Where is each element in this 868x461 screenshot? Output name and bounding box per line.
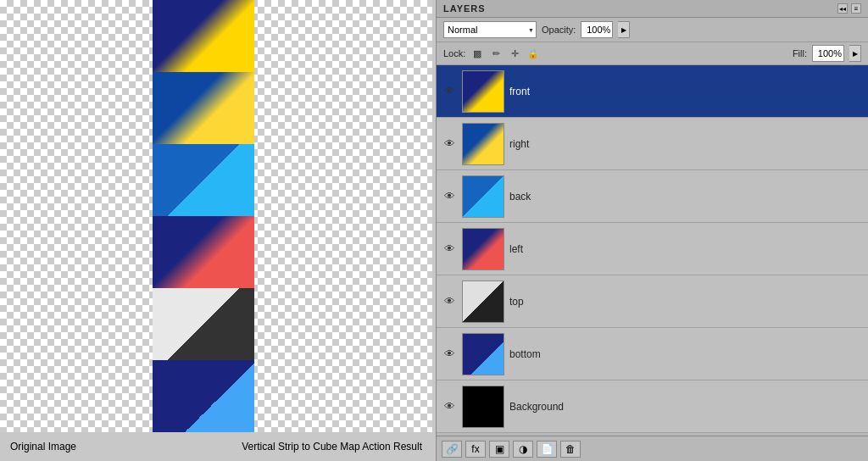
- layer-row-bg[interactable]: 👁 Background: [437, 380, 868, 433]
- layer-row-right[interactable]: 👁 right: [437, 118, 868, 170]
- layers-panel-title: LAYERS: [443, 3, 486, 14]
- eye-icon-back[interactable]: 👁: [442, 189, 457, 204]
- strip-back: [153, 144, 254, 216]
- canvas-area: [0, 0, 432, 432]
- fill-arrow[interactable]: ▶: [849, 45, 861, 62]
- layer-mask-btn[interactable]: ▣: [489, 441, 509, 458]
- panel-controls: ◂◂ ≡: [837, 3, 861, 14]
- layers-list[interactable]: 👁 front 👁 right 👁 back 👁 left 👁 top 👁 bo…: [437, 65, 868, 436]
- layer-row-left[interactable]: 👁 left: [437, 223, 868, 275]
- eye-icon-front[interactable]: 👁: [442, 84, 457, 99]
- layer-effects-btn[interactable]: fx: [465, 441, 486, 458]
- fill-input[interactable]: [812, 45, 844, 62]
- layer-thumb-bottom: [462, 333, 504, 375]
- lock-label: Lock:: [443, 48, 465, 58]
- original-image-label: Original Image: [10, 441, 76, 453]
- strip-right: [153, 72, 254, 144]
- strip-bottom: [153, 360, 254, 432]
- panel-collapse-btn[interactable]: ◂◂: [837, 3, 848, 14]
- eye-icon-right[interactable]: 👁: [442, 136, 457, 152]
- opacity-arrow[interactable]: ▶: [618, 21, 630, 38]
- layer-thumb-bg: [462, 386, 504, 428]
- layer-name-right: right: [509, 138, 863, 150]
- layers-bottom-toolbar: 🔗 fx ▣ ◑ 📄 🗑: [437, 436, 868, 461]
- fill-label: Fill:: [793, 48, 807, 58]
- result-label: Vertical Strip to Cube Map Action Result: [242, 441, 422, 453]
- lock-paint-icon[interactable]: ✏: [489, 47, 503, 60]
- image-strip: [153, 0, 254, 432]
- opacity-input[interactable]: [581, 21, 613, 38]
- layer-name-top: top: [509, 296, 863, 308]
- layers-panel: LAYERS ◂◂ ≡ Normal Multiply Screen Overl…: [436, 0, 868, 461]
- lock-transparency-icon[interactable]: ▩: [470, 47, 484, 60]
- layer-thumb-right: [462, 123, 504, 165]
- layer-thumb-back: [462, 175, 504, 218]
- layer-thumb-left: [462, 228, 504, 270]
- strip-top: [153, 288, 254, 360]
- layer-name-back: back: [509, 191, 863, 203]
- layer-row-back[interactable]: 👁 back: [437, 170, 868, 223]
- adjustment-layer-btn[interactable]: ◑: [513, 441, 533, 458]
- lock-all-icon[interactable]: 🔒: [526, 47, 540, 60]
- layer-name-bg: Background: [509, 401, 863, 413]
- layer-row-front[interactable]: 👁 front: [437, 65, 868, 118]
- layers-blend-toolbar: Normal Multiply Screen Overlay Opacity: …: [437, 18, 868, 42]
- layer-row-bottom[interactable]: 👁 bottom: [437, 328, 868, 380]
- strip-left: [153, 216, 254, 288]
- layer-name-front: front: [509, 86, 863, 97]
- blend-mode-wrapper: Normal Multiply Screen Overlay: [443, 21, 537, 38]
- lock-move-icon[interactable]: ✛: [508, 47, 521, 60]
- layer-name-bottom: bottom: [509, 348, 863, 360]
- page-bottom-bar: Original Image Vertical Strip to Cube Ma…: [0, 432, 432, 461]
- opacity-label: Opacity:: [542, 25, 576, 35]
- layers-title-bar: LAYERS ◂◂ ≡: [437, 0, 868, 18]
- layer-row-top[interactable]: 👁 top: [437, 275, 868, 328]
- new-layer-btn[interactable]: 📄: [537, 441, 557, 458]
- eye-icon-bottom[interactable]: 👁: [442, 347, 457, 362]
- layer-thumb-front: [462, 70, 504, 113]
- eye-icon-bg[interactable]: 👁: [442, 399, 457, 414]
- eye-icon-left[interactable]: 👁: [442, 242, 457, 257]
- layers-lock-bar: Lock: ▩ ✏ ✛ 🔒 Fill: ▶: [437, 42, 868, 65]
- strip-front: [153, 0, 254, 72]
- delete-layer-btn[interactable]: 🗑: [560, 441, 581, 458]
- panel-menu-btn[interactable]: ≡: [851, 3, 861, 14]
- blend-mode-select[interactable]: Normal Multiply Screen Overlay: [443, 21, 537, 38]
- link-layers-btn[interactable]: 🔗: [442, 441, 462, 458]
- layer-name-left: left: [509, 243, 863, 255]
- eye-icon-top[interactable]: 👁: [442, 294, 457, 309]
- layer-thumb-top: [462, 280, 504, 323]
